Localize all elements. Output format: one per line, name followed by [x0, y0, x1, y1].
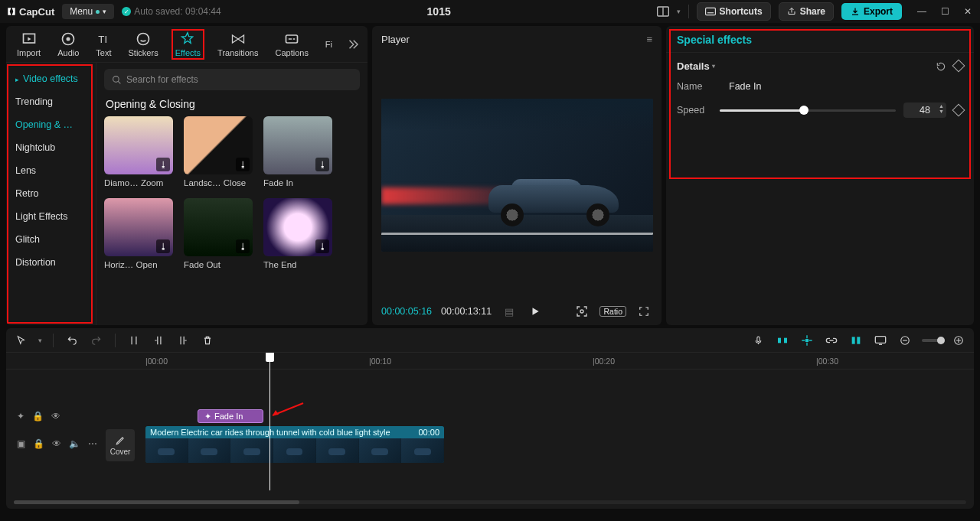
close-icon[interactable]: ✕ — [962, 5, 974, 18]
ratio-button[interactable]: Ratio — [599, 306, 626, 317]
svg-rect-15 — [756, 337, 759, 342]
tab-effects[interactable]: Effects — [172, 30, 204, 59]
zoom-slider[interactable] — [922, 339, 942, 342]
effect-item[interactable]: ⭳ Diamo… Zoom — [104, 116, 173, 187]
sidebar-item-lens[interactable]: Lens — [6, 159, 96, 182]
stepper-icons[interactable]: ▲▼ — [939, 103, 944, 114]
chevron-down-icon[interactable]: ▾ — [677, 8, 681, 15]
maximize-icon[interactable]: ☐ — [939, 5, 951, 18]
timeline-ruler[interactable]: |00:00 |00:10 |00:20 |00:30 — [6, 353, 974, 370]
effect-item[interactable]: ⭳ The End — [263, 198, 332, 269]
split-left-icon[interactable] — [151, 333, 166, 348]
mute-icon[interactable]: 🔈 — [69, 438, 80, 449]
details-label[interactable]: Details▾ — [677, 60, 715, 72]
sidebar-item-opening[interactable]: Opening & … — [6, 113, 96, 136]
timeline-wrap: ▾ |00:00 |00:10 — [0, 325, 980, 515]
sidebar-item-distortion[interactable]: Distortion — [6, 251, 96, 274]
tabs-overflow[interactable] — [346, 37, 360, 51]
effect-item[interactable]: ⭳ Fade Out — [184, 198, 253, 269]
split-right-icon[interactable] — [175, 333, 191, 348]
effect-item[interactable]: ⭳ Landsc… Close — [184, 116, 253, 187]
time-current: 00:00:05:16 — [381, 306, 432, 317]
tab-audio[interactable]: Audio — [54, 30, 82, 59]
monitor-icon[interactable] — [873, 333, 888, 348]
tab-import[interactable]: Import — [14, 30, 44, 59]
effect-label: The End — [263, 260, 332, 269]
export-button[interactable]: Export — [841, 3, 902, 20]
play-icon[interactable] — [527, 304, 544, 319]
cover-button[interactable]: Cover — [106, 429, 135, 461]
tab-transitions[interactable]: Transitions — [214, 30, 261, 59]
effect-track-icon[interactable]: ✦ — [17, 411, 24, 422]
cursor-tool[interactable] — [14, 333, 29, 348]
share-button[interactable]: Share — [779, 2, 834, 21]
effect-item[interactable]: ⭳ Fade In — [263, 116, 332, 187]
focus-icon[interactable] — [573, 304, 590, 319]
tab-filters[interactable]: Fi — [322, 38, 335, 50]
playhead[interactable] — [270, 353, 270, 490]
download-icon[interactable]: ⭳ — [156, 158, 170, 171]
redo-icon[interactable] — [89, 333, 104, 348]
more-icon[interactable]: ⋯ — [88, 438, 97, 449]
download-icon[interactable]: ⭳ — [156, 239, 170, 253]
eye-icon[interactable]: 👁 — [51, 411, 60, 422]
sidebar-item-glitch[interactable]: Glitch — [6, 228, 96, 251]
ruler-tick: |00:10 — [369, 357, 391, 366]
video-clip-thumbs — [145, 438, 444, 463]
reset-icon[interactable] — [936, 61, 946, 72]
player-title: Player — [381, 34, 410, 45]
undo-icon[interactable] — [64, 333, 80, 348]
menu-button[interactable]: Menu ▾ — [62, 4, 114, 19]
eye-icon[interactable]: 👁 — [52, 438, 61, 449]
speed-value-input[interactable]: 48 ▲▼ — [903, 103, 946, 118]
player-menu-icon[interactable]: ≡ — [646, 34, 652, 45]
download-icon[interactable]: ⭳ — [315, 239, 329, 253]
shortcuts-button[interactable]: Shortcuts — [697, 2, 771, 21]
search-input[interactable]: Search for effects — [104, 69, 360, 90]
preview-icon[interactable] — [848, 333, 864, 348]
scrollbar-thumb[interactable] — [14, 500, 299, 504]
slider-thumb[interactable] — [799, 106, 808, 115]
lock-icon[interactable]: 🔒 — [33, 438, 44, 449]
effect-label: Horiz… Open — [104, 260, 173, 269]
track-lane[interactable]: ✦ Fade In — [106, 406, 974, 426]
magnet-icon[interactable] — [775, 333, 790, 348]
sidebar-item-trending[interactable]: Trending — [6, 90, 96, 113]
delete-icon[interactable] — [200, 333, 215, 348]
zoom-in-icon[interactable] — [951, 333, 966, 348]
chevron-down-icon[interactable]: ▾ — [38, 337, 42, 344]
link-icon[interactable] — [824, 333, 839, 348]
effect-clip[interactable]: ✦ Fade In — [198, 409, 263, 423]
minimize-icon[interactable]: — — [916, 5, 928, 18]
sidebar-item-light[interactable]: Light Effects — [6, 205, 96, 228]
sidebar-header-video-effects[interactable]: Video effects — [6, 67, 96, 90]
effect-clip-label: Fade In — [214, 412, 243, 421]
speed-slider[interactable] — [720, 109, 896, 112]
keyframe-icon[interactable] — [952, 104, 965, 117]
tab-text[interactable]: TI Text — [93, 30, 114, 59]
zoom-out-icon[interactable] — [897, 333, 913, 348]
mic-icon[interactable] — [750, 333, 766, 348]
download-icon[interactable]: ⭳ — [236, 239, 250, 253]
tab-captions[interactable]: Captions — [272, 30, 311, 59]
video-track-icon[interactable]: ▣ — [17, 438, 25, 449]
layout-icon[interactable] — [657, 5, 669, 18]
keyframe-icon[interactable] — [952, 59, 965, 72]
snap-icon[interactable] — [799, 333, 815, 348]
player-controls: 00:00:05:16 00:00:13:11 ▤ Ratio — [372, 298, 662, 325]
tab-stickers[interactable]: Stickers — [126, 30, 162, 59]
split-icon[interactable] — [126, 333, 142, 348]
search-icon — [112, 75, 122, 85]
effect-item[interactable]: ⭳ Horiz… Open — [104, 198, 173, 269]
fullscreen-icon[interactable] — [635, 304, 652, 319]
download-icon[interactable]: ⭳ — [236, 158, 250, 171]
list-icon[interactable]: ▤ — [501, 304, 518, 319]
download-icon[interactable]: ⭳ — [315, 158, 329, 171]
sidebar-item-nightclub[interactable]: Nightclub — [6, 136, 96, 159]
video-clip[interactable]: Modern Electric car rides through tunnel… — [145, 426, 444, 463]
player-canvas[interactable] — [381, 99, 653, 252]
search-placeholder: Search for effects — [126, 74, 198, 85]
sidebar-item-retro[interactable]: Retro — [6, 182, 96, 205]
timeline-scrollbar[interactable] — [6, 498, 974, 506]
lock-icon[interactable]: 🔒 — [32, 411, 44, 422]
